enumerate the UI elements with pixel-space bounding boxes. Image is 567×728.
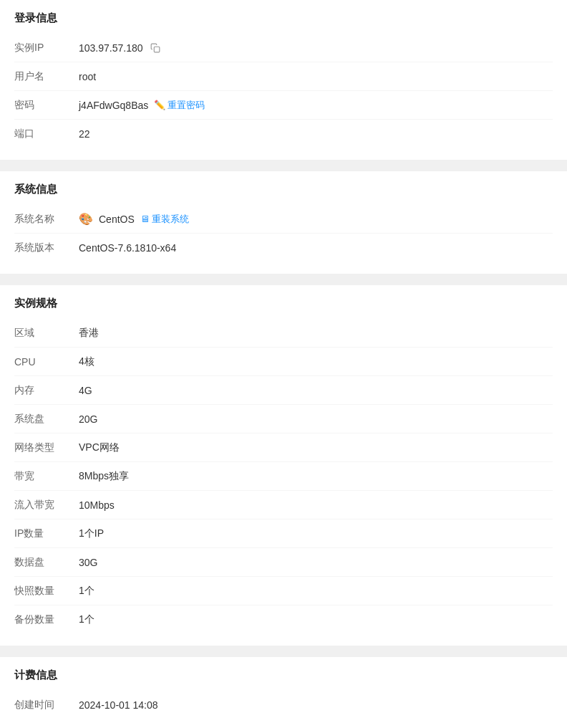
os-version-value: CentOS-7.6.1810-x64: [79, 242, 176, 254]
port-row: 端口 22: [14, 120, 553, 148]
create-time-row: 创建时间 2024-10-01 14:08: [14, 691, 553, 719]
edit-icon: ✏️: [154, 100, 165, 110]
instance-ip-row: 实例IP 103.97.57.180: [14, 34, 553, 62]
copy-ip-icon[interactable]: [149, 42, 162, 54]
reset-password-link[interactable]: ✏️ 重置密码: [154, 99, 205, 112]
backup-count-label: 备份数量: [14, 613, 79, 626]
bandwidth-row: 带宽 8Mbps独享: [14, 462, 553, 491]
password-label: 密码: [14, 99, 79, 112]
snapshot-count-value: 1个: [79, 585, 94, 598]
region-row: 区域 香港: [14, 319, 553, 348]
login-info-title: 登录信息: [14, 0, 553, 34]
instance-ip-value: 103.97.57.180: [79, 42, 162, 54]
snapshot-count-label: 快照数量: [14, 585, 79, 598]
port-label: 端口: [14, 128, 79, 140]
ip-text: 103.97.57.180: [79, 42, 143, 54]
svg-rect-0: [154, 47, 160, 52]
password-text: j4AFdwGq8Bas: [79, 100, 148, 111]
ip-count-label: IP数量: [14, 527, 79, 540]
os-name-text: CentOS: [99, 214, 135, 225]
instance-spec-title: 实例规格: [14, 285, 553, 319]
login-info-section: 登录信息 实例IP 103.97.57.180 用户名 root 密码 j4AF…: [0, 0, 567, 160]
os-name-row: 系统名称 🎨 CentOS 🖥 重装系统: [14, 205, 553, 234]
region-label: 区域: [14, 327, 79, 340]
inbound-bandwidth-value: 10Mbps: [79, 499, 115, 511]
username-row: 用户名 root: [14, 62, 553, 91]
inbound-bandwidth-label: 流入带宽: [14, 499, 79, 512]
data-disk-label: 数据盘: [14, 556, 79, 569]
backup-count-row: 备份数量 1个: [14, 605, 553, 634]
network-type-value: VPC网络: [79, 441, 120, 454]
data-disk-row: 数据盘 30G: [14, 548, 553, 577]
network-type-label: 网络类型: [14, 441, 79, 454]
os-name-value: 🎨 CentOS 🖥 重装系统: [79, 212, 189, 226]
page-container: 登录信息 实例IP 103.97.57.180 用户名 root 密码 j4AF…: [0, 0, 567, 728]
system-disk-value: 20G: [79, 413, 97, 425]
system-info-section: 系统信息 系统名称 🎨 CentOS 🖥 重装系统 系统版本 CentOS-7.…: [0, 171, 567, 274]
memory-value: 4G: [79, 385, 92, 396]
inbound-bandwidth-row: 流入带宽 10Mbps: [14, 491, 553, 519]
ip-count-row: IP数量 1个IP: [14, 519, 553, 548]
divider-3: [0, 651, 567, 657]
password-value: j4AFdwGq8Bas ✏️ 重置密码: [79, 99, 205, 112]
memory-label: 内存: [14, 384, 79, 397]
system-disk-label: 系统盘: [14, 413, 79, 426]
os-version-row: 系统版本 CentOS-7.6.1810-x64: [14, 234, 553, 262]
os-name-label: 系统名称: [14, 213, 79, 226]
region-value: 香港: [79, 327, 99, 340]
billing-info-title: 计费信息: [14, 657, 553, 691]
instance-spec-section: 实例规格 区域 香港 CPU 4核 内存 4G 系统盘 20G 网络类型 VPC…: [0, 285, 567, 646]
bandwidth-label: 带宽: [14, 470, 79, 483]
username-value: root: [79, 71, 96, 82]
create-time-label: 创建时间: [14, 699, 79, 712]
username-label: 用户名: [14, 70, 79, 83]
centos-icon: 🎨: [79, 212, 93, 226]
os-version-label: 系统版本: [14, 241, 79, 254]
network-type-row: 网络类型 VPC网络: [14, 434, 553, 462]
cpu-row: CPU 4核: [14, 348, 553, 376]
cpu-label: CPU: [14, 356, 79, 368]
snapshot-count-row: 快照数量 1个: [14, 577, 553, 605]
ip-count-value: 1个IP: [79, 527, 104, 540]
divider-1: [0, 166, 567, 171]
system-disk-row: 系统盘 20G: [14, 405, 553, 434]
system-info-title: 系统信息: [14, 171, 553, 205]
backup-count-value: 1个: [79, 613, 94, 626]
instance-ip-label: 实例IP: [14, 42, 79, 54]
password-row: 密码 j4AFdwGq8Bas ✏️ 重置密码: [14, 91, 553, 120]
data-disk-value: 30G: [79, 557, 97, 568]
create-time-value: 2024-10-01 14:08: [79, 699, 158, 711]
memory-row: 内存 4G: [14, 376, 553, 405]
cpu-value: 4核: [79, 355, 94, 368]
reinstall-system-link[interactable]: 🖥 重装系统: [140, 213, 189, 226]
port-value: 22: [79, 128, 90, 140]
billing-info-section: 计费信息 创建时间 2024-10-01 14:08: [0, 657, 567, 728]
divider-2: [0, 279, 567, 285]
bandwidth-value: 8Mbps独享: [79, 470, 129, 483]
reinstall-icon: 🖥: [140, 214, 150, 224]
